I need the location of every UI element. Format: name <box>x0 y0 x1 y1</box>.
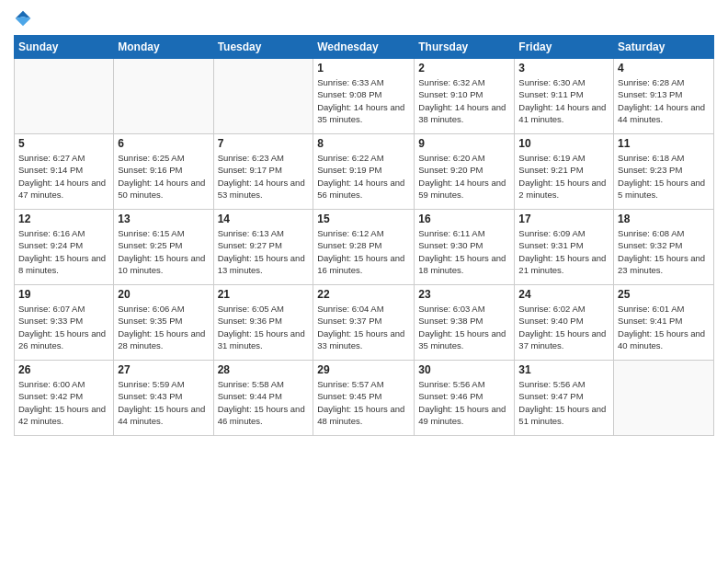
day-info: Sunrise: 6:22 AM Sunset: 9:19 PM Dayligh… <box>317 152 410 201</box>
day-number: 21 <box>218 288 310 301</box>
day-info: Sunrise: 5:58 AM Sunset: 9:44 PM Dayligh… <box>218 378 310 427</box>
day-info: Sunrise: 5:59 AM Sunset: 9:43 PM Dayligh… <box>118 378 209 427</box>
day-number: 22 <box>317 288 410 301</box>
day-info: Sunrise: 6:25 AM Sunset: 9:16 PM Dayligh… <box>118 152 209 201</box>
calendar-cell: 13Sunrise: 6:15 AM Sunset: 9:25 PM Dayli… <box>114 210 213 285</box>
calendar-cell: 10Sunrise: 6:19 AM Sunset: 9:21 PM Dayli… <box>515 134 614 210</box>
calendar-cell: 9Sunrise: 6:20 AM Sunset: 9:20 PM Daylig… <box>415 134 515 210</box>
col-header-thursday: Thursday <box>415 36 515 59</box>
day-info: Sunrise: 6:04 AM Sunset: 9:37 PM Dayligh… <box>317 303 410 351</box>
day-number: 29 <box>317 363 410 376</box>
header <box>14 9 714 28</box>
calendar-cell: 26Sunrise: 6:00 AM Sunset: 9:42 PM Dayli… <box>15 361 114 436</box>
col-header-tuesday: Tuesday <box>213 36 313 59</box>
day-number: 2 <box>418 62 510 75</box>
day-info: Sunrise: 5:56 AM Sunset: 9:46 PM Dayligh… <box>418 378 510 427</box>
calendar-cell: 7Sunrise: 6:23 AM Sunset: 9:17 PM Daylig… <box>213 134 313 210</box>
day-number: 30 <box>418 363 510 376</box>
day-info: Sunrise: 6:12 AM Sunset: 9:28 PM Dayligh… <box>317 227 410 276</box>
day-info: Sunrise: 6:00 AM Sunset: 9:42 PM Dayligh… <box>18 378 109 427</box>
day-info: Sunrise: 6:13 AM Sunset: 9:27 PM Dayligh… <box>218 227 310 276</box>
day-number: 18 <box>618 213 710 225</box>
calendar-cell: 12Sunrise: 6:16 AM Sunset: 9:24 PM Dayli… <box>15 210 114 285</box>
day-number: 6 <box>118 137 209 150</box>
day-number: 16 <box>418 213 510 225</box>
day-info: Sunrise: 5:57 AM Sunset: 9:45 PM Dayligh… <box>317 378 410 427</box>
calendar-cell: 19Sunrise: 6:07 AM Sunset: 9:33 PM Dayli… <box>15 285 114 361</box>
calendar-cell: 18Sunrise: 6:08 AM Sunset: 9:32 PM Dayli… <box>614 210 714 285</box>
calendar-cell <box>114 59 213 134</box>
day-number: 14 <box>218 213 310 225</box>
day-number: 9 <box>418 137 510 150</box>
day-number: 24 <box>518 288 609 301</box>
calendar-cell: 3Sunrise: 6:30 AM Sunset: 9:11 PM Daylig… <box>515 59 614 134</box>
day-number: 8 <box>317 137 410 150</box>
day-info: Sunrise: 6:05 AM Sunset: 9:36 PM Dayligh… <box>218 303 310 351</box>
day-info: Sunrise: 6:15 AM Sunset: 9:25 PM Dayligh… <box>118 227 209 276</box>
day-number: 17 <box>518 213 609 225</box>
logo-icon <box>14 9 32 28</box>
day-number: 26 <box>18 363 109 376</box>
page: SundayMondayTuesdayWednesdayThursdayFrid… <box>0 0 728 563</box>
col-header-wednesday: Wednesday <box>313 36 415 59</box>
calendar-week-0: 1Sunrise: 6:33 AM Sunset: 9:08 PM Daylig… <box>15 59 714 134</box>
day-number: 10 <box>518 137 609 150</box>
calendar-cell: 30Sunrise: 5:56 AM Sunset: 9:46 PM Dayli… <box>415 361 515 436</box>
calendar-cell: 15Sunrise: 6:12 AM Sunset: 9:28 PM Dayli… <box>313 210 415 285</box>
day-number: 25 <box>618 288 710 301</box>
day-number: 11 <box>618 137 710 150</box>
calendar-cell: 2Sunrise: 6:32 AM Sunset: 9:10 PM Daylig… <box>415 59 515 134</box>
calendar-week-1: 5Sunrise: 6:27 AM Sunset: 9:14 PM Daylig… <box>15 134 714 210</box>
day-info: Sunrise: 6:16 AM Sunset: 9:24 PM Dayligh… <box>18 227 109 276</box>
day-info: Sunrise: 6:23 AM Sunset: 9:17 PM Dayligh… <box>218 152 310 201</box>
day-number: 20 <box>118 288 209 301</box>
calendar-cell: 28Sunrise: 5:58 AM Sunset: 9:44 PM Dayli… <box>213 361 313 436</box>
calendar-cell: 20Sunrise: 6:06 AM Sunset: 9:35 PM Dayli… <box>114 285 213 361</box>
calendar-cell: 22Sunrise: 6:04 AM Sunset: 9:37 PM Dayli… <box>313 285 415 361</box>
day-number: 4 <box>618 62 710 75</box>
day-info: Sunrise: 6:03 AM Sunset: 9:38 PM Dayligh… <box>418 303 510 351</box>
day-info: Sunrise: 6:09 AM Sunset: 9:31 PM Dayligh… <box>518 227 609 276</box>
calendar-cell: 27Sunrise: 5:59 AM Sunset: 9:43 PM Dayli… <box>114 361 213 436</box>
calendar-cell: 17Sunrise: 6:09 AM Sunset: 9:31 PM Dayli… <box>515 210 614 285</box>
calendar: SundayMondayTuesdayWednesdayThursdayFrid… <box>14 35 714 436</box>
day-number: 15 <box>317 213 410 225</box>
day-info: Sunrise: 6:07 AM Sunset: 9:33 PM Dayligh… <box>18 303 109 351</box>
calendar-cell <box>15 59 114 134</box>
day-info: Sunrise: 6:19 AM Sunset: 9:21 PM Dayligh… <box>518 152 609 201</box>
day-number: 13 <box>118 213 209 225</box>
calendar-cell: 8Sunrise: 6:22 AM Sunset: 9:19 PM Daylig… <box>313 134 415 210</box>
day-info: Sunrise: 6:11 AM Sunset: 9:30 PM Dayligh… <box>418 227 510 276</box>
day-info: Sunrise: 6:32 AM Sunset: 9:10 PM Dayligh… <box>418 76 510 125</box>
day-number: 23 <box>418 288 510 301</box>
day-number: 3 <box>518 62 609 75</box>
day-number: 28 <box>218 363 310 376</box>
day-info: Sunrise: 6:01 AM Sunset: 9:41 PM Dayligh… <box>618 303 710 351</box>
calendar-cell <box>614 361 714 436</box>
day-number: 1 <box>317 62 410 75</box>
day-number: 12 <box>18 213 109 225</box>
calendar-cell: 16Sunrise: 6:11 AM Sunset: 9:30 PM Dayli… <box>415 210 515 285</box>
calendar-cell: 11Sunrise: 6:18 AM Sunset: 9:23 PM Dayli… <box>614 134 714 210</box>
calendar-cell <box>213 59 313 134</box>
day-info: Sunrise: 6:30 AM Sunset: 9:11 PM Dayligh… <box>518 76 609 125</box>
day-number: 19 <box>18 288 109 301</box>
col-header-sunday: Sunday <box>15 36 114 59</box>
day-info: Sunrise: 6:08 AM Sunset: 9:32 PM Dayligh… <box>618 227 710 276</box>
day-number: 31 <box>518 363 609 376</box>
day-number: 7 <box>218 137 310 150</box>
calendar-week-2: 12Sunrise: 6:16 AM Sunset: 9:24 PM Dayli… <box>15 210 714 285</box>
calendar-cell: 23Sunrise: 6:03 AM Sunset: 9:38 PM Dayli… <box>415 285 515 361</box>
calendar-cell: 29Sunrise: 5:57 AM Sunset: 9:45 PM Dayli… <box>313 361 415 436</box>
calendar-week-3: 19Sunrise: 6:07 AM Sunset: 9:33 PM Dayli… <box>15 285 714 361</box>
day-info: Sunrise: 6:28 AM Sunset: 9:13 PM Dayligh… <box>618 76 710 125</box>
calendar-cell: 14Sunrise: 6:13 AM Sunset: 9:27 PM Dayli… <box>213 210 313 285</box>
day-info: Sunrise: 6:20 AM Sunset: 9:20 PM Dayligh… <box>418 152 510 201</box>
col-header-friday: Friday <box>515 36 614 59</box>
calendar-cell: 31Sunrise: 5:56 AM Sunset: 9:47 PM Dayli… <box>515 361 614 436</box>
day-info: Sunrise: 6:33 AM Sunset: 9:08 PM Dayligh… <box>317 76 410 125</box>
day-info: Sunrise: 6:06 AM Sunset: 9:35 PM Dayligh… <box>118 303 209 351</box>
calendar-header-row: SundayMondayTuesdayWednesdayThursdayFrid… <box>15 36 714 59</box>
day-info: Sunrise: 6:27 AM Sunset: 9:14 PM Dayligh… <box>18 152 109 201</box>
col-header-monday: Monday <box>114 36 213 59</box>
